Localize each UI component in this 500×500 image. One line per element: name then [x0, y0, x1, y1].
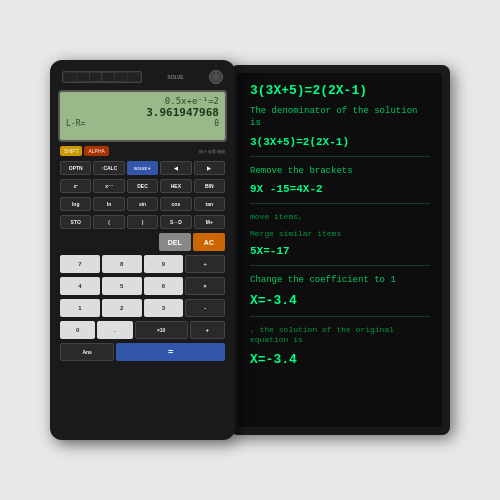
nb-step5-eq: X=-3.4 — [250, 352, 430, 367]
num-row-4: 0 . ×10 + — [58, 321, 227, 339]
btn-bin[interactable]: BIN — [194, 179, 225, 193]
shift-button[interactable]: SHIFT — [60, 146, 82, 156]
nb-step4-eq: X=-3.4 — [250, 293, 430, 308]
btn-sin[interactable]: sin — [127, 197, 158, 211]
btn-4[interactable]: 4 — [60, 277, 100, 295]
btn-dec[interactable]: DEC — [127, 179, 158, 193]
btn-mul[interactable]: × — [185, 277, 225, 295]
btn-ac[interactable]: AC — [193, 233, 225, 251]
btn-optn[interactable]: OPTN — [60, 161, 91, 175]
separator-3 — [250, 265, 430, 266]
nb-step3-eq: 5X=-17 — [250, 245, 430, 257]
btn-add[interactable]: + — [190, 321, 225, 339]
btn-9[interactable]: 9 — [144, 255, 184, 273]
button-row-2: x² x⁻¹ DEC HEX BIN — [58, 179, 227, 193]
btn-log[interactable]: log — [60, 197, 91, 211]
power-button[interactable] — [209, 70, 223, 84]
btn-sub[interactable]: - — [185, 299, 225, 317]
btn-equals[interactable]: = — [116, 343, 225, 361]
calc-top: SOLVE — [58, 68, 227, 86]
btn-tan[interactable]: tan — [194, 197, 225, 211]
btn-calc[interactable]: ↑CALC — [93, 161, 124, 175]
model-label: SOLVE — [167, 74, 183, 80]
separator-2 — [250, 203, 430, 204]
btn-right[interactable]: ▶ — [194, 161, 225, 175]
display-expression: 0.5x+e⁻¹=2 — [66, 96, 219, 106]
btn-cos[interactable]: cos — [160, 197, 191, 211]
nb-step4-label: Change the coefficient to 1 — [250, 274, 430, 287]
btn-3[interactable]: 3 — [144, 299, 184, 317]
btn-sto[interactable]: STO — [60, 215, 91, 229]
btn-8[interactable]: 8 — [102, 255, 142, 273]
solar-panel — [62, 71, 142, 83]
btn-x10[interactable]: ×10 — [135, 321, 188, 339]
btn-xi[interactable]: x⁻¹ — [93, 179, 124, 193]
shift-alpha-row: SHIFT ALPHA 统计 设置 辅辅 — [58, 146, 227, 156]
btn-7[interactable]: 7 — [60, 255, 100, 273]
calculator-display: 0.5x+e⁻¹=2 3.961947968 L-R= 0 — [58, 90, 227, 142]
btn-hex[interactable]: HEX — [160, 179, 191, 193]
button-row-4: STO ( ) S↔D M+ — [58, 215, 227, 229]
num-row-3: 1 2 3 - — [58, 299, 227, 317]
btn-sd[interactable]: S↔D — [160, 215, 191, 229]
separator-1 — [250, 156, 430, 157]
btn-0[interactable]: 0 — [60, 321, 95, 339]
nb-step5-label: , the solution of the original equation … — [250, 325, 430, 346]
btn-left[interactable]: ◀ — [160, 161, 191, 175]
nb-step2-label: Remove the brackets — [250, 165, 430, 178]
button-row-1: OPTN ↑CALC SOLVE▼ ◀ ▶ — [58, 161, 227, 175]
nb-step1-eq: 3(3X+5)=2(2X-1) — [250, 136, 430, 148]
btn-lparen[interactable]: ( — [93, 215, 124, 229]
nb-step1-label: The denominator of the solution is — [250, 105, 430, 130]
nb-step3-label: move items, — [250, 212, 430, 222]
alpha-button[interactable]: ALPHA — [84, 146, 108, 156]
display-status: L-R= 0 — [66, 119, 219, 128]
del-ac-row: DEL AC — [58, 233, 227, 251]
button-row-3: log ln sin cos tan — [58, 197, 227, 211]
btn-ln[interactable]: ln — [93, 197, 124, 211]
btn-x2[interactable]: x² — [60, 179, 91, 193]
btn-mplus[interactable]: M+ — [194, 215, 225, 229]
btn-2[interactable]: 2 — [102, 299, 142, 317]
nb-step3-sublabel: Merge similar items — [250, 229, 430, 239]
bottom-row: Ans = — [58, 343, 227, 363]
notebook: 3(3X+5)=2(2X-1) The denominator of the s… — [230, 65, 450, 435]
btn-6[interactable]: 6 — [144, 277, 184, 295]
btn-ans[interactable]: Ans — [60, 343, 114, 361]
num-row-2: 4 5 6 × — [58, 277, 227, 295]
btn-dot[interactable]: . — [97, 321, 132, 339]
num-row-1: 7 8 9 ÷ — [58, 255, 227, 273]
notebook-content: 3(3X+5)=2(2X-1) The denominator of the s… — [238, 73, 442, 427]
nb-step2-eq: 9X -15=4X-2 — [250, 183, 430, 195]
calculator: SOLVE 0.5x+e⁻¹=2 3.961947968 L-R= 0 SHIF… — [50, 60, 235, 440]
btn-rparen[interactable]: ) — [127, 215, 158, 229]
display-result: 3.961947968 — [66, 106, 219, 119]
mode-label: 统计 设置 辅辅 — [199, 149, 225, 154]
btn-del[interactable]: DEL — [159, 233, 191, 251]
separator-4 — [250, 316, 430, 317]
nb-title: 3(3X+5)=2(2X-1) — [250, 83, 430, 99]
btn-solve[interactable]: SOLVE▼ — [127, 161, 158, 175]
btn-5[interactable]: 5 — [102, 277, 142, 295]
scene: SOLVE 0.5x+e⁻¹=2 3.961947968 L-R= 0 SHIF… — [20, 20, 480, 480]
btn-1[interactable]: 1 — [60, 299, 100, 317]
btn-div[interactable]: ÷ — [185, 255, 225, 273]
